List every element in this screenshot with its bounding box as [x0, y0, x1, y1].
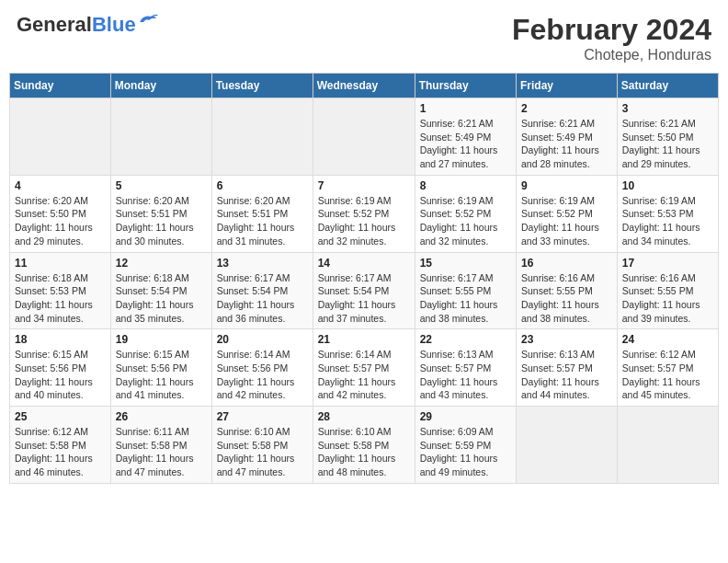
day-number: 4: [15, 179, 106, 192]
weekday-header-wednesday: Wednesday: [313, 74, 415, 98]
day-number: 3: [622, 102, 713, 115]
calendar-cell: 8Sunrise: 6:19 AMSunset: 5:52 PMDaylight…: [415, 175, 516, 252]
calendar-cell: [110, 98, 211, 176]
day-number: 16: [521, 257, 612, 270]
day-number: 5: [116, 179, 207, 192]
calendar-cell: [617, 407, 718, 484]
day-info: Sunrise: 6:19 AMSunset: 5:53 PMDaylight:…: [622, 194, 713, 248]
day-number: 22: [420, 333, 511, 346]
day-number: 21: [318, 333, 410, 346]
logo: GeneralBlue: [17, 13, 158, 37]
calendar-cell: 15Sunrise: 6:17 AMSunset: 5:55 PMDayligh…: [415, 252, 516, 329]
day-info: Sunrise: 6:21 AMSunset: 5:49 PMDaylight:…: [521, 117, 612, 171]
weekday-header-saturday: Saturday: [617, 74, 718, 98]
page-subtitle: Chotepe, Honduras: [512, 47, 711, 63]
logo-text: GeneralBlue: [17, 13, 136, 37]
calendar-cell: 9Sunrise: 6:19 AMSunset: 5:52 PMDaylight…: [517, 175, 618, 252]
day-info: Sunrise: 6:19 AMSunset: 5:52 PMDaylight:…: [521, 194, 612, 248]
day-number: 13: [217, 257, 308, 270]
day-number: 1: [420, 102, 511, 115]
day-info: Sunrise: 6:14 AMSunset: 5:56 PMDaylight:…: [217, 348, 308, 402]
calendar-cell: 6Sunrise: 6:20 AMSunset: 5:51 PMDaylight…: [211, 175, 313, 252]
day-number: 15: [420, 257, 511, 270]
calendar-cell: 29Sunrise: 6:09 AMSunset: 5:59 PMDayligh…: [415, 407, 516, 484]
calendar-cell: 27Sunrise: 6:10 AMSunset: 5:58 PMDayligh…: [211, 407, 313, 484]
calendar-cell: 1Sunrise: 6:21 AMSunset: 5:49 PMDaylight…: [415, 98, 516, 176]
logo-bird-icon: [138, 13, 158, 29]
day-number: 26: [116, 410, 207, 423]
page-header: GeneralBlue February 2024 Chotepe, Hondu…: [9, 9, 719, 67]
day-info: Sunrise: 6:11 AMSunset: 5:58 PMDaylight:…: [116, 425, 207, 479]
day-info: Sunrise: 6:18 AMSunset: 5:54 PMDaylight:…: [116, 271, 207, 326]
day-number: 28: [318, 410, 410, 423]
day-info: Sunrise: 6:16 AMSunset: 5:55 PMDaylight:…: [622, 271, 713, 326]
title-block: February 2024 Chotepe, Honduras: [512, 13, 711, 63]
calendar-week-row: 25Sunrise: 6:12 AMSunset: 5:58 PMDayligh…: [10, 407, 719, 484]
day-info: Sunrise: 6:17 AMSunset: 5:55 PMDaylight:…: [420, 271, 511, 326]
day-number: 18: [15, 333, 106, 346]
day-number: 19: [116, 333, 207, 346]
day-info: Sunrise: 6:09 AMSunset: 5:59 PMDaylight:…: [420, 425, 511, 479]
day-number: 24: [622, 333, 713, 346]
day-number: 7: [318, 179, 410, 192]
day-info: Sunrise: 6:19 AMSunset: 5:52 PMDaylight:…: [420, 194, 511, 248]
calendar-header-row: SundayMondayTuesdayWednesdayThursdayFrid…: [10, 74, 719, 98]
day-info: Sunrise: 6:20 AMSunset: 5:50 PMDaylight:…: [15, 194, 106, 248]
weekday-header-sunday: Sunday: [10, 74, 111, 98]
day-number: 17: [622, 257, 713, 270]
calendar-cell: 14Sunrise: 6:17 AMSunset: 5:54 PMDayligh…: [313, 252, 415, 329]
day-info: Sunrise: 6:21 AMSunset: 5:50 PMDaylight:…: [622, 117, 713, 171]
calendar-cell: 16Sunrise: 6:16 AMSunset: 5:55 PMDayligh…: [517, 252, 618, 329]
day-number: 12: [116, 257, 207, 270]
calendar-cell: 11Sunrise: 6:18 AMSunset: 5:53 PMDayligh…: [10, 252, 111, 329]
day-info: Sunrise: 6:13 AMSunset: 5:57 PMDaylight:…: [420, 348, 511, 402]
day-number: 9: [521, 179, 612, 192]
weekday-header-monday: Monday: [110, 74, 211, 98]
day-info: Sunrise: 6:18 AMSunset: 5:53 PMDaylight:…: [15, 271, 106, 326]
calendar-cell: 19Sunrise: 6:15 AMSunset: 5:56 PMDayligh…: [110, 329, 211, 407]
day-info: Sunrise: 6:15 AMSunset: 5:56 PMDaylight:…: [116, 348, 207, 402]
weekday-header-friday: Friday: [517, 74, 618, 98]
calendar-cell: 4Sunrise: 6:20 AMSunset: 5:50 PMDaylight…: [10, 175, 111, 252]
day-number: 23: [521, 333, 612, 346]
calendar-cell: 26Sunrise: 6:11 AMSunset: 5:58 PMDayligh…: [110, 407, 211, 484]
day-info: Sunrise: 6:21 AMSunset: 5:49 PMDaylight:…: [420, 117, 511, 171]
day-number: 29: [420, 410, 511, 423]
day-number: 6: [217, 179, 308, 192]
calendar-cell: 13Sunrise: 6:17 AMSunset: 5:54 PMDayligh…: [211, 252, 313, 329]
day-info: Sunrise: 6:19 AMSunset: 5:52 PMDaylight:…: [318, 194, 410, 248]
day-info: Sunrise: 6:13 AMSunset: 5:57 PMDaylight:…: [521, 348, 612, 402]
day-info: Sunrise: 6:10 AMSunset: 5:58 PMDaylight:…: [217, 425, 308, 479]
page-title: February 2024: [512, 13, 711, 47]
calendar-cell: 17Sunrise: 6:16 AMSunset: 5:55 PMDayligh…: [617, 252, 718, 329]
day-info: Sunrise: 6:10 AMSunset: 5:58 PMDaylight:…: [318, 425, 410, 479]
calendar-cell: 24Sunrise: 6:12 AMSunset: 5:57 PMDayligh…: [617, 329, 718, 407]
calendar-cell: 22Sunrise: 6:13 AMSunset: 5:57 PMDayligh…: [415, 329, 516, 407]
calendar-cell: 23Sunrise: 6:13 AMSunset: 5:57 PMDayligh…: [517, 329, 618, 407]
calendar-cell: 2Sunrise: 6:21 AMSunset: 5:49 PMDaylight…: [517, 98, 618, 176]
calendar-cell: [313, 98, 415, 176]
calendar-week-row: 1Sunrise: 6:21 AMSunset: 5:49 PMDaylight…: [10, 98, 719, 176]
day-info: Sunrise: 6:20 AMSunset: 5:51 PMDaylight:…: [116, 194, 207, 248]
day-number: 2: [521, 102, 612, 115]
day-info: Sunrise: 6:17 AMSunset: 5:54 PMDaylight:…: [318, 271, 410, 326]
calendar-cell: 5Sunrise: 6:20 AMSunset: 5:51 PMDaylight…: [110, 175, 211, 252]
day-info: Sunrise: 6:20 AMSunset: 5:51 PMDaylight:…: [217, 194, 308, 248]
day-number: 25: [15, 410, 106, 423]
day-number: 20: [217, 333, 308, 346]
calendar-week-row: 18Sunrise: 6:15 AMSunset: 5:56 PMDayligh…: [10, 329, 719, 407]
calendar-cell: 18Sunrise: 6:15 AMSunset: 5:56 PMDayligh…: [10, 329, 111, 407]
weekday-header-thursday: Thursday: [415, 74, 516, 98]
calendar-week-row: 11Sunrise: 6:18 AMSunset: 5:53 PMDayligh…: [10, 252, 719, 329]
calendar-week-row: 4Sunrise: 6:20 AMSunset: 5:50 PMDaylight…: [10, 175, 719, 252]
calendar-cell: 3Sunrise: 6:21 AMSunset: 5:50 PMDaylight…: [617, 98, 718, 176]
day-info: Sunrise: 6:12 AMSunset: 5:57 PMDaylight:…: [622, 348, 713, 402]
day-number: 8: [420, 179, 511, 192]
day-info: Sunrise: 6:15 AMSunset: 5:56 PMDaylight:…: [15, 348, 106, 402]
day-info: Sunrise: 6:17 AMSunset: 5:54 PMDaylight:…: [217, 271, 308, 326]
weekday-header-tuesday: Tuesday: [211, 74, 313, 98]
calendar-cell: [517, 407, 618, 484]
calendar-cell: [10, 98, 111, 176]
day-number: 11: [15, 257, 106, 270]
calendar-table: SundayMondayTuesdayWednesdayThursdayFrid…: [9, 73, 719, 484]
